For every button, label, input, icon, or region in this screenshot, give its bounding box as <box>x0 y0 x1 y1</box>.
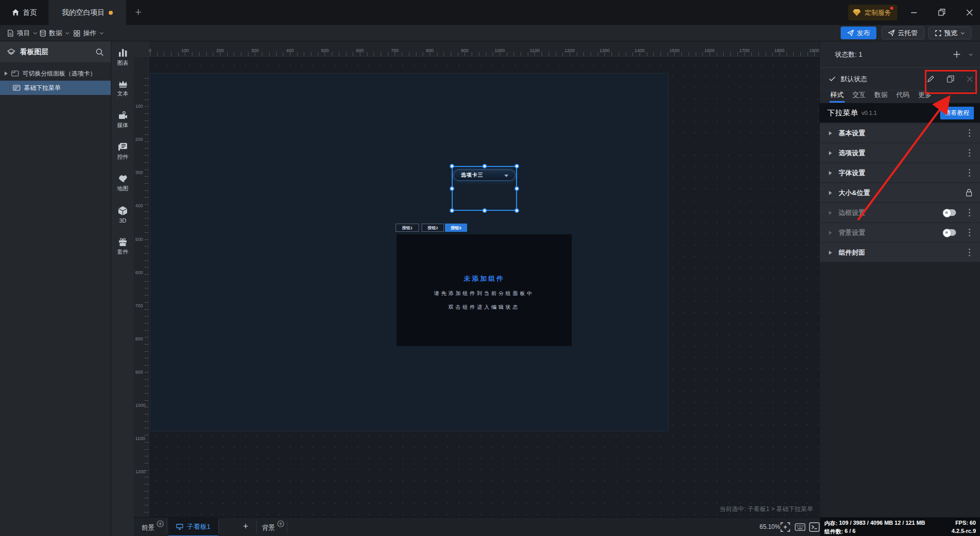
publish-button[interactable]: 发布 <box>841 27 876 39</box>
section-label: 选项设置 <box>839 149 865 158</box>
maximize-button[interactable] <box>934 5 949 19</box>
kebab-menu-icon[interactable] <box>969 212 970 213</box>
resize-handle-w[interactable] <box>450 186 454 191</box>
menu-project[interactable]: 项目 <box>7 25 37 41</box>
tab-style[interactable]: 样式 <box>830 90 844 103</box>
toolbox-item-text[interactable]: 文本 <box>111 79 134 98</box>
expand-caret-icon <box>829 211 832 215</box>
new-tab-button[interactable]: + <box>132 6 145 19</box>
background-tab[interactable]: 背景 <box>262 523 275 532</box>
fps-label: FPS: <box>955 520 968 527</box>
ruler-label: 100 <box>181 48 189 53</box>
bottom-bar: 前景 子看板1 + 背景 65.10% 内存: 109 / 3983 / 409… <box>134 517 980 536</box>
ruler-label: 1300 <box>599 48 609 53</box>
cloud-host-button[interactable]: 云托管 <box>881 27 924 39</box>
section-size-position[interactable]: 大小&位置 <box>820 183 980 202</box>
expand-caret-icon <box>829 231 832 235</box>
canvas-tab-button-2[interactable]: 按钮2 <box>422 224 444 232</box>
add-state-icon[interactable] <box>953 51 961 58</box>
section-background-settings[interactable]: 背景设置 <box>820 223 980 242</box>
section-basic-settings[interactable]: 基本设置 <box>820 124 980 142</box>
section-font-settings[interactable]: 字体设置 <box>820 163 980 182</box>
resize-handle-sw[interactable] <box>450 208 454 213</box>
placeholder-line: 请先添加组件到当前分组面板中 <box>434 290 534 297</box>
layer-item-dropdown[interactable]: 基础下拉菜单 <box>0 81 111 95</box>
foreground-tab[interactable]: 前景 <box>141 523 155 532</box>
preview-button[interactable]: 预览 <box>928 27 971 39</box>
current-selection-status: 当前选中: 子看板1 > 基础下拉菜单 <box>720 505 813 514</box>
toolbox-item-widgets[interactable]: 控件 <box>111 142 134 161</box>
kebab-menu-icon[interactable] <box>969 232 970 233</box>
section-label: 边框设置 <box>839 208 865 217</box>
resize-handle-se[interactable] <box>514 208 519 213</box>
kebab-menu-icon[interactable] <box>969 132 970 134</box>
toolbox-item-3d[interactable]: 3D <box>111 206 134 224</box>
empty-group-panel[interactable]: 未添加组件 请先添加组件到当前分组面板中 双击组件进入编辑状态 <box>397 234 572 346</box>
ruler-label: 600 <box>135 270 143 275</box>
ruler-label: 1600 <box>704 48 715 53</box>
tab-code[interactable]: 代码 <box>896 90 910 103</box>
background-toggle-off[interactable] <box>943 229 956 236</box>
section-component-cover[interactable]: 组件封面 <box>820 243 980 262</box>
unsaved-dot <box>109 11 113 15</box>
console-icon[interactable] <box>809 522 820 532</box>
menu-actions[interactable]: 操作 <box>74 25 104 41</box>
kebab-menu-icon[interactable] <box>969 152 970 154</box>
section-label: 组件封面 <box>839 248 865 257</box>
menu-data[interactable]: 数据 <box>40 25 69 41</box>
project-tab[interactable]: 我的空白项目 <box>48 0 126 25</box>
kebab-menu-icon[interactable] <box>969 252 970 253</box>
home-icon <box>12 9 19 16</box>
resize-handle-s[interactable] <box>482 208 487 213</box>
toolbox-item-media[interactable]: 媒体 <box>111 111 134 129</box>
memory-label: 内存: <box>824 520 838 527</box>
expand-caret-icon[interactable] <box>5 71 8 76</box>
collapse-states-icon[interactable] <box>969 53 973 57</box>
database-icon <box>40 30 46 37</box>
toolbox-item-map[interactable]: 地图 <box>111 174 134 192</box>
toolbox-item-charts[interactable]: 图表 <box>111 47 134 67</box>
tab-interaction[interactable]: 交互 <box>852 90 866 103</box>
ruler-label: 100 <box>135 104 143 109</box>
chevron-down-icon <box>100 31 104 35</box>
subboard-tab-active[interactable]: 子看板1 <box>168 518 218 536</box>
section-border-settings[interactable]: 边框设置 <box>820 203 980 222</box>
dropdown-component[interactable]: 选项卡三 <box>453 169 516 181</box>
canvas-tab-button-3[interactable]: 按钮3 <box>445 224 467 232</box>
add-background-icon[interactable] <box>277 520 284 527</box>
keyboard-shortcuts-icon[interactable] <box>795 522 805 532</box>
lock-icon[interactable] <box>966 189 972 197</box>
restore-icon <box>938 9 945 16</box>
add-subboard-button[interactable]: + <box>243 521 249 532</box>
ruler-label: 400 <box>135 203 143 208</box>
video-camera-icon <box>118 111 128 120</box>
home-button[interactable]: 首页 <box>0 0 48 25</box>
placeholder-title: 未添加组件 <box>464 274 505 283</box>
border-toggle-off[interactable] <box>943 209 956 216</box>
ruler-label: 900 <box>135 370 143 375</box>
components-label: 组件数: <box>824 528 843 535</box>
resize-handle-ne[interactable] <box>514 164 519 168</box>
add-foreground-icon[interactable] <box>157 520 164 527</box>
custom-service-badge[interactable]: 定制服务 <box>848 5 897 20</box>
search-icon[interactable] <box>95 48 104 56</box>
tab-data[interactable]: 数据 <box>874 90 888 103</box>
view-tutorial-button[interactable]: 查看教程 <box>940 107 974 119</box>
resize-handle-n[interactable] <box>482 164 487 168</box>
kebab-menu-icon[interactable] <box>969 172 970 174</box>
layer-item-group-panel[interactable]: 可切换分组面板（选项卡） <box>0 66 111 81</box>
publish-label: 发布 <box>857 29 870 38</box>
ruler-label: 800 <box>426 48 433 53</box>
notification-dot <box>890 7 893 10</box>
zoom-level[interactable]: 65.10% <box>760 523 780 530</box>
section-option-settings[interactable]: 选项设置 <box>820 143 980 162</box>
resize-handle-nw[interactable] <box>450 164 454 168</box>
canvas-tab-button-1[interactable]: 按钮1 <box>396 224 419 232</box>
fit-screen-icon[interactable] <box>780 522 791 532</box>
close-button[interactable] <box>962 5 977 19</box>
preview-label: 预览 <box>944 29 958 38</box>
toolbox-item-kits[interactable]: 套件 <box>111 237 134 256</box>
minimize-button[interactable] <box>906 5 921 19</box>
resize-handle-e[interactable] <box>514 186 519 191</box>
canvas-viewport[interactable]: 0100200300400500600700800900100011001200… <box>134 41 819 517</box>
